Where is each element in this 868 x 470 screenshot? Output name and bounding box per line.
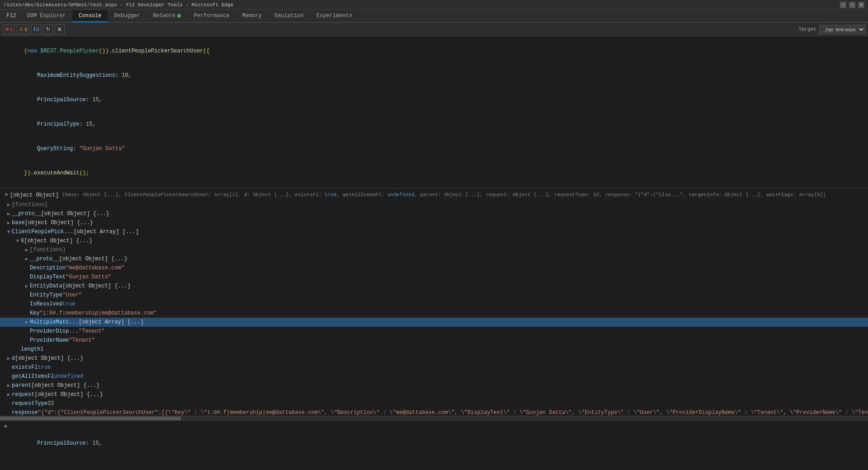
maximize-button[interactable]: □ <box>849 2 855 8</box>
tree-row[interactable]: Description "me@dattabase.com" <box>0 263 868 273</box>
tree-expand-arrow[interactable] <box>24 256 30 263</box>
tree-row[interactable]: MultipleMatc... [object Array] [...] <box>0 318 868 327</box>
console-area: (new $REST.PeoplePicker()).clientPeopleP… <box>0 36 868 456</box>
tree-expand-arrow[interactable] <box>5 211 12 217</box>
tree-prop-name: EntityData <box>30 282 62 290</box>
tab-network[interactable]: Network <box>146 10 187 22</box>
clear-button[interactable]: ✕ <box>55 24 65 34</box>
result-area[interactable]: [object Object] (base: Object {...}, Cli… <box>0 188 868 416</box>
tree-row[interactable]: requestType 22 <box>0 399 868 408</box>
tree-row[interactable]: response "{"d":{"ClientPeoplePickerSearc… <box>0 408 868 416</box>
error-count: 0 <box>10 27 13 32</box>
close-window-button[interactable]: ✕ <box>858 2 864 8</box>
network-recording-dot <box>177 14 181 18</box>
result-obj-label: [object Object] <box>10 191 62 199</box>
tree-prop-value: 1 <box>40 345 43 353</box>
tree-prop-value: "me@dattabase.com" <box>66 264 124 272</box>
toolbar: ⊗ 0 ⚠ 0 ℹ 0 ↻ ✕ Target _top: test.aspx <box>0 23 868 36</box>
tree-prop-value: [object Object] {...} <box>62 282 131 290</box>
tree-row[interactable]: ProviderDisp... "Tenant" <box>0 327 868 336</box>
target-label-text: Target <box>798 27 816 32</box>
tree-prop-value: undefined <box>54 372 84 381</box>
tab-emulation[interactable]: Emulation <box>268 10 310 22</box>
tree-prop-name: Key <box>30 309 40 317</box>
tab-experiments[interactable]: Experiments <box>310 10 359 22</box>
tree-row[interactable]: d [object Object] {...} <box>0 354 868 363</box>
tab-console[interactable]: Console <box>72 10 108 22</box>
minimize-button[interactable]: ─ <box>840 2 846 8</box>
window-controls: ─ □ ✕ <box>840 2 864 8</box>
error-icon: ⊗ <box>5 26 9 32</box>
tab-debugger[interactable]: Debugger <box>108 10 146 22</box>
tree-prop-name: ProviderDisp... <box>30 327 79 335</box>
tree-row[interactable]: base [object Object] {...} <box>0 218 868 227</box>
tree-prop-name: EntityType <box>30 291 62 299</box>
tree-prop-value: [object Object] {...} <box>34 390 103 399</box>
tab-performance[interactable]: Performance <box>187 10 236 22</box>
info-icon: ℹ <box>33 26 35 32</box>
refresh-icon: ↻ <box>46 26 50 32</box>
bottom-code-1: PrincipalSource: 15, <box>5 431 863 456</box>
tree-row[interactable]: parent [object Object] {...} <box>0 381 868 390</box>
tree-prop-name: requestType <box>12 400 47 408</box>
tree-prop-value: "User" <box>62 291 82 299</box>
tree-expand-arrow[interactable] <box>14 238 21 244</box>
tree-row[interactable]: getAllItemsFl undefined <box>0 372 868 381</box>
warning-count-button[interactable]: ⚠ 0 <box>17 24 29 34</box>
tree-prop-name: d <box>12 354 15 362</box>
tree-row[interactable]: [functions] <box>0 200 868 209</box>
tree-row[interactable]: length 1 <box>0 345 868 354</box>
tree-row[interactable]: ClientPeoplePick... [object Array] [...] <box>0 227 868 236</box>
tree-row[interactable]: 0 [object Object] {...} <box>0 236 868 245</box>
tree-row[interactable]: __proto__ [object Object] {...} <box>0 254 868 263</box>
tree-expand-arrow[interactable] <box>24 247 30 254</box>
tree-prop-name: __proto__ <box>30 255 59 263</box>
tree-prop-name: __proto__ <box>12 210 41 218</box>
tree-row[interactable]: EntityType "User" <box>0 291 868 300</box>
tree-expand-arrow[interactable] <box>5 355 12 362</box>
code-line-6: }).executeAndWait(); <box>5 161 863 185</box>
tree-prop-value: 22 <box>47 400 54 408</box>
tree-prop-value: true <box>62 300 75 308</box>
result-expand-arrow[interactable] <box>4 191 10 198</box>
tree-row[interactable]: DisplayText "Gunjan Datta" <box>0 273 868 282</box>
result-params: (base: Object {...}, ClientPeoplePickerS… <box>62 191 826 199</box>
tree-row[interactable]: Key "i:0#.f|membership|me@dattabase.com" <box>0 309 868 318</box>
tree-expand-arrow[interactable] <box>24 319 30 326</box>
tree-row[interactable]: existsFl true <box>0 363 868 372</box>
refresh-button[interactable]: ↻ <box>43 24 53 34</box>
tree-row[interactable]: __proto__ [object Object] {...} <box>0 209 868 218</box>
object-tree: [functions]__proto__ [object Object] {..… <box>0 200 868 416</box>
tree-row[interactable]: IsResolved true <box>0 300 868 309</box>
tree-expand-arrow[interactable] <box>5 229 12 235</box>
tree-row[interactable]: ProviderName "Tenant" <box>0 336 868 345</box>
tree-prop-value: "i:0#.f|membership|me@dattabase.com" <box>40 309 157 317</box>
horizontal-scrollbar[interactable] <box>0 416 868 420</box>
tree-expand-arrow[interactable] <box>5 202 12 208</box>
error-count-button[interactable]: ⊗ 0 <box>3 24 15 34</box>
target-area: Target _top: test.aspx <box>798 25 865 34</box>
tree-prop-name: base <box>12 219 25 227</box>
tree-row[interactable]: EntityData [object Object] {...} <box>0 282 868 291</box>
tree-expand-arrow[interactable] <box>5 382 12 389</box>
tree-prop-value: "Tenant" <box>69 336 95 344</box>
tree-prop-value: [object Object] {...} <box>25 219 93 227</box>
tab-dom-explorer[interactable]: DOM Explorer <box>21 10 72 22</box>
tree-prop-value: [object Object] {...} <box>24 237 92 245</box>
tree-expand-arrow[interactable] <box>5 220 12 226</box>
tree-prop-value: [object Array] [...] <box>79 318 144 326</box>
tree-prop-name: [functions] <box>12 201 47 209</box>
tree-prop-value: [object Object] {...} <box>31 381 99 390</box>
bottom-code-2: PrincipalType: 15, <box>5 456 863 457</box>
tree-prop-name: ProviderName <box>30 336 69 344</box>
info-count-button[interactable]: ℹ 0 <box>31 24 41 34</box>
tree-expand-arrow[interactable] <box>24 283 30 290</box>
tree-row[interactable]: [functions] <box>0 245 868 254</box>
tree-row[interactable]: request [object Object] {...} <box>0 390 868 399</box>
tree-prop-name: request <box>12 390 34 399</box>
target-select[interactable]: _top: test.aspx <box>819 25 865 34</box>
tree-expand-arrow[interactable] <box>5 391 12 398</box>
tab-f12[interactable]: F12 <box>2 10 21 22</box>
code-input-area: (new $REST.PeoplePicker()).clientPeopleP… <box>0 36 868 188</box>
tab-memory[interactable]: Memory <box>236 10 268 22</box>
